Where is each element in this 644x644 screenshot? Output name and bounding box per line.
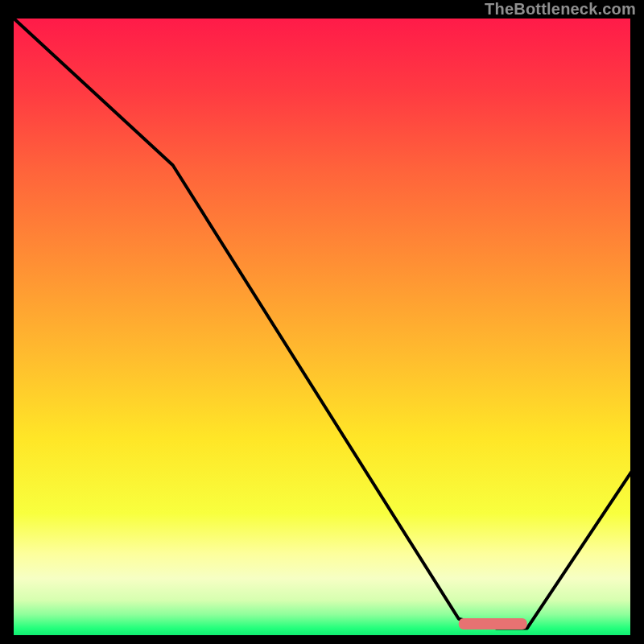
watermark-text: TheBottleneck.com	[485, 0, 636, 19]
optimal-range-marker	[459, 618, 527, 630]
gradient-background	[11, 16, 633, 638]
bottleneck-chart	[11, 16, 633, 638]
